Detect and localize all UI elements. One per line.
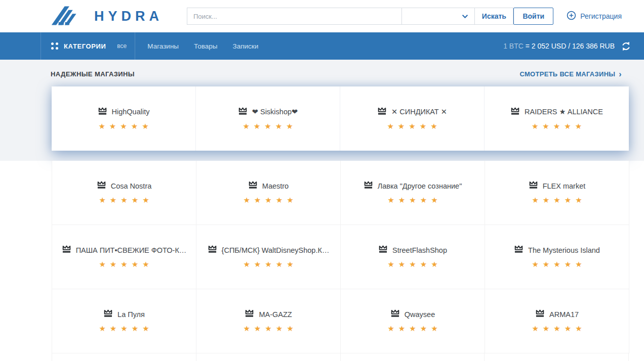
shop-rating-stars: ★★★★★	[238, 122, 297, 131]
shop-card[interactable]: Qwaysee ★★★★★	[341, 289, 485, 353]
hydra-logo-icon	[51, 5, 87, 28]
nav-link-0[interactable]: Магазины	[147, 42, 179, 50]
crown-icon	[514, 245, 524, 255]
shop-card[interactable]: HighQuality ★★★★★	[52, 86, 196, 151]
shop-card[interactable]: Cosa Nostra ★★★★★	[52, 161, 196, 225]
shop-rating-stars: ★★★★★	[383, 122, 441, 131]
shop-card-partial[interactable]	[341, 353, 485, 361]
shop-card[interactable]: StreetFlashShop ★★★★★	[341, 225, 485, 289]
shop-title-row: The Mysterious Island	[514, 245, 600, 255]
shop-rating-stars: ★★★★★	[95, 324, 153, 333]
shop-title-row: Лавка "Другое сознание"	[364, 180, 462, 191]
main-navbar: КАТЕГОРИИ все МагазиныТоварыЗаписки 1 BT…	[0, 32, 644, 60]
shop-title-row: Qwaysee	[390, 309, 435, 320]
categories-menu-button[interactable]: КАТЕГОРИИ	[41, 32, 116, 60]
chevron-right-icon: ›	[619, 71, 622, 77]
section-title: НАДЕЖНЫЕ МАГАЗИНЫ	[51, 70, 135, 78]
shop-title-row: ❤ Siskishop❤	[238, 107, 298, 117]
shop-rating-stars: ★★★★★	[239, 196, 297, 205]
shop-card-partial[interactable]	[485, 353, 629, 361]
shop-name: The Mysterious Island	[528, 246, 600, 254]
shop-card[interactable]: {СПБ/МСК} WaltDisneyShop.К… ★★★★★	[196, 225, 341, 289]
shop-rating-stars: ★★★★★	[528, 122, 586, 131]
shop-rating-stars: ★★★★★	[528, 260, 586, 269]
shop-title-row: FLEX market	[529, 180, 586, 191]
shop-name: RAIDERS ★ ALLIANCE	[525, 108, 603, 116]
hydra-logo[interactable]: HYDRA	[51, 5, 163, 28]
shop-rating-stars: ★★★★★	[528, 324, 586, 333]
shop-title-row: StreetFlashShop	[378, 245, 447, 255]
header-actions: Войти Регистрация	[513, 8, 622, 25]
see-all-label: СМОТРЕТЬ ВСЕ МАГАЗИНЫ	[519, 70, 615, 78]
refresh-rate-icon[interactable]	[621, 41, 631, 51]
shop-rating-stars: ★★★★★	[383, 324, 441, 333]
shops-grid-next-row	[52, 353, 629, 361]
crown-icon	[98, 107, 107, 117]
rate-prefix: 1 BTC	[503, 42, 524, 50]
shop-name: FLEX market	[543, 182, 586, 190]
shop-name: Лавка "Другое сознание"	[378, 182, 462, 190]
shop-name: ✕ СИНДИКАТ ✕	[391, 108, 447, 116]
shop-card[interactable]: ПАША ПИТ•СВЕЖИЕ ФОТО-К… ★★★★★	[52, 225, 196, 289]
shop-title-row: ПАША ПИТ•СВЕЖИЕ ФОТО-К…	[62, 245, 187, 255]
shop-name: StreetFlashShop	[392, 246, 447, 254]
shop-name: ПАША ПИТ•СВЕЖИЕ ФОТО-К…	[76, 246, 187, 254]
shop-card[interactable]: The Mysterious Island ★★★★★	[485, 225, 629, 289]
shop-name: ❤ Siskishop❤	[252, 108, 298, 116]
shop-title-row: {СПБ/МСК} WaltDisneyShop.К…	[208, 245, 330, 255]
search-button[interactable]: Искать	[475, 8, 513, 25]
shop-card[interactable]: ARMA17 ★★★★★	[485, 289, 629, 353]
nav-link-2[interactable]: Записки	[233, 42, 259, 50]
shop-card[interactable]: La Пуля ★★★★★	[52, 289, 196, 353]
shop-card[interactable]: Maestro ★★★★★	[196, 161, 341, 225]
crown-icon	[103, 309, 113, 320]
shop-card[interactable]: ✕ СИНДИКАТ ✕ ★★★★★	[340, 86, 485, 151]
crown-icon	[378, 245, 388, 255]
crown-icon	[535, 309, 545, 320]
shop-title-row: Cosa Nostra	[97, 180, 152, 191]
categories-label: КАТЕГОРИИ	[64, 42, 106, 50]
shop-card[interactable]: MA-GAZZ ★★★★★	[196, 289, 341, 353]
shop-card-partial[interactable]	[196, 353, 341, 361]
nav-link-1[interactable]: Товары	[194, 42, 217, 50]
login-button[interactable]: Войти	[513, 8, 553, 25]
crown-icon	[390, 309, 400, 320]
shops-grid: Cosa Nostra ★★★★★ Maestro ★★★★★ Лавка "Д…	[52, 161, 629, 353]
shop-rating-stars: ★★★★★	[94, 122, 152, 131]
search-input[interactable]	[187, 8, 401, 25]
chevron-down-icon	[462, 12, 468, 21]
shop-name: MA-GAZZ	[259, 310, 292, 319]
shop-rating-stars: ★★★★★	[383, 260, 441, 269]
crown-icon	[62, 245, 71, 255]
shop-name: Cosa Nostra	[111, 182, 152, 190]
shop-name: Maestro	[262, 182, 289, 190]
search-bar: Искать	[187, 8, 513, 25]
shop-name: Qwaysee	[405, 310, 435, 319]
navbar-right: 1 BTC = 2 052 USD / 126 386 RUB	[503, 41, 631, 51]
btc-exchange-rate: 1 BTC = 2 052 USD / 126 386 RUB	[503, 42, 615, 50]
register-link[interactable]: Регистрация	[567, 11, 622, 22]
shop-title-row: La Пуля	[103, 309, 145, 320]
shop-title-row: RAIDERS ★ ALLIANCE	[510, 107, 603, 117]
shop-title-row: HighQuality	[98, 107, 150, 117]
search-category-select[interactable]	[401, 8, 475, 25]
crown-icon	[377, 107, 387, 117]
shop-card[interactable]: Лавка "Другое сознание" ★★★★★	[341, 161, 485, 225]
shop-card-partial[interactable]	[52, 353, 196, 361]
rate-value: = 2 052 USD / 126 386 RUB	[526, 42, 615, 50]
categories-all-link[interactable]: все	[116, 42, 135, 50]
see-all-shops-link[interactable]: СМОТРЕТЬ ВСЕ МАГАЗИНЫ ›	[519, 70, 622, 78]
crown-icon	[208, 245, 217, 255]
shop-name: HighQuality	[112, 108, 150, 116]
grid-menu-icon	[51, 42, 58, 50]
shop-rating-stars: ★★★★★	[239, 260, 297, 269]
shop-card[interactable]: ❤ Siskishop❤ ★★★★★	[196, 86, 340, 151]
shop-card[interactable]: RAIDERS ★ ALLIANCE ★★★★★	[485, 86, 629, 151]
shop-title-row: ARMA17	[535, 309, 579, 320]
crown-icon	[97, 180, 106, 191]
shop-rating-stars: ★★★★★	[528, 196, 586, 205]
section-header: НАДЕЖНЫЕ МАГАЗИНЫ СМОТРЕТЬ ВСЕ МАГАЗИНЫ …	[0, 60, 644, 86]
featured-shops-row: HighQuality ★★★★★ ❤ Siskishop❤ ★★★★★ ✕ С…	[52, 86, 629, 151]
shop-card[interactable]: FLEX market ★★★★★	[485, 161, 629, 225]
shop-name: {СПБ/МСК} WaltDisneyShop.К…	[222, 246, 330, 254]
